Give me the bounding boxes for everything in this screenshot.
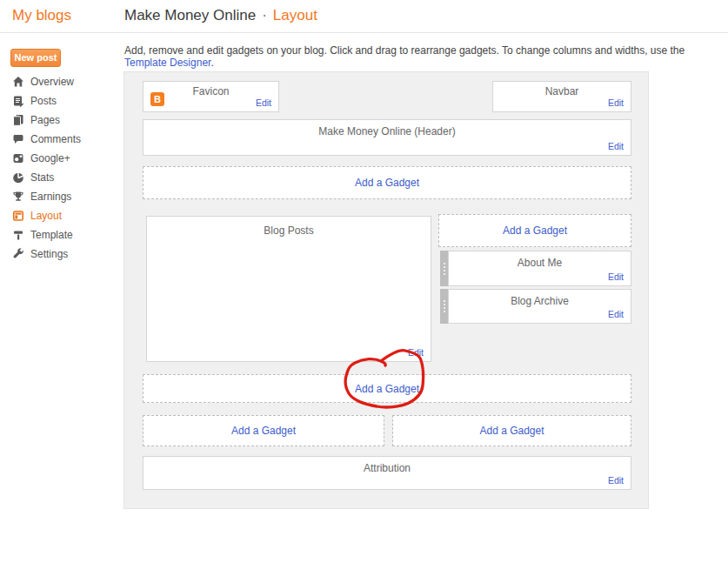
- add-gadget-link[interactable]: Add a Gadget: [355, 383, 419, 395]
- sidebar-item-layout[interactable]: Layout: [0, 206, 113, 225]
- header-divider: [0, 32, 728, 33]
- sidebar-item-pages[interactable]: Pages: [0, 111, 113, 130]
- gadget-about-me[interactable]: About Me Edit: [448, 251, 631, 286]
- new-post-button[interactable]: New post: [10, 49, 61, 67]
- add-gadget-link[interactable]: Add a Gadget: [231, 425, 296, 437]
- edit-link[interactable]: Edit: [608, 97, 624, 108]
- instructions-period: .: [210, 57, 213, 69]
- blogger-layout-page: My blogs Make Money Online·Layout New po…: [0, 0, 728, 583]
- my-blogs-link[interactable]: My blogs: [12, 7, 71, 24]
- gadget-attribution[interactable]: Attribution Edit: [143, 456, 631, 490]
- edit-link[interactable]: Edit: [408, 347, 424, 358]
- gadget-blog-archive[interactable]: Blog Archive Edit: [448, 289, 631, 324]
- posts-icon: [12, 95, 24, 107]
- drag-handle[interactable]: [440, 289, 448, 324]
- sidebar-item-label: Pages: [30, 114, 60, 126]
- sidebar-item-google-plus[interactable]: Google+: [0, 149, 113, 168]
- sidebar-item-label: Posts: [30, 95, 57, 107]
- gadget-title: Attribution: [144, 462, 631, 474]
- sidebar-item-label: Earnings: [30, 191, 71, 203]
- sidebar-item-label: Overview: [30, 76, 74, 88]
- sidebar-item-label: Layout: [30, 210, 62, 222]
- add-gadget-link[interactable]: Add a Gadget: [479, 425, 544, 437]
- sidebar-item-settings[interactable]: Settings: [0, 245, 113, 264]
- layout-editor-panel: Favicon B Edit Navbar Edit Make Money On…: [124, 71, 649, 509]
- instructions-body: Add, remove and edit gadgets on your blo…: [124, 44, 685, 57]
- sidebar-item-earnings[interactable]: Earnings: [0, 187, 113, 206]
- sidebar-nav: Overview Posts Pages Comments Google+: [0, 72, 113, 264]
- google-plus-icon: [12, 152, 24, 164]
- add-gadget-link[interactable]: Add a Gadget: [503, 224, 567, 237]
- edit-link[interactable]: Edit: [608, 271, 624, 282]
- comments-icon: [12, 133, 24, 145]
- edit-link[interactable]: Edit: [256, 97, 271, 108]
- gadget-title: Make Money Online (Header): [144, 125, 631, 137]
- earnings-icon: [12, 191, 24, 203]
- add-gadget-zone-top: Add a Gadget: [143, 166, 631, 199]
- sidebar-item-overview[interactable]: Overview: [0, 72, 113, 91]
- layout-icon: [12, 210, 24, 222]
- settings-icon: [12, 248, 24, 260]
- home-icon: [12, 76, 24, 88]
- sidebar-item-label: Template: [30, 229, 73, 241]
- add-gadget-zone-footer-right: Add a Gadget: [392, 415, 631, 446]
- add-gadget-zone-footer-left: Add a Gadget: [143, 415, 384, 446]
- add-gadget-zone-main-circled: Add a Gadget: [143, 374, 631, 403]
- blogger-favicon-icon: B: [150, 92, 164, 106]
- gadget-title: Blog Posts: [147, 224, 431, 237]
- sidebar-item-label: Comments: [30, 133, 81, 145]
- gadget-title: About Me: [449, 257, 631, 269]
- template-icon: [12, 229, 24, 241]
- gadget-header[interactable]: Make Money Online (Header) Edit: [143, 119, 631, 156]
- stats-icon: [12, 171, 24, 184]
- add-gadget-link[interactable]: Add a Gadget: [355, 177, 419, 189]
- blog-title: Make Money Online: [124, 7, 256, 23]
- gadget-blog-posts[interactable]: Blog Posts Edit: [146, 216, 431, 362]
- page-title: Make Money Online·Layout: [124, 7, 317, 24]
- edit-link[interactable]: Edit: [608, 141, 624, 151]
- sidebar-item-comments[interactable]: Comments: [0, 130, 113, 149]
- drag-handle[interactable]: [440, 251, 448, 286]
- edit-link[interactable]: Edit: [608, 475, 624, 486]
- sidebar-item-stats[interactable]: Stats: [0, 168, 113, 187]
- pages-icon: [12, 114, 24, 126]
- sidebar-item-label: Google+: [30, 152, 70, 164]
- gadget-title: Navbar: [493, 85, 631, 97]
- sidebar-item-label: Settings: [30, 248, 68, 260]
- sidebar-item-posts[interactable]: Posts: [0, 91, 113, 111]
- add-gadget-zone-sidebar: Add a Gadget: [438, 214, 631, 247]
- sidebar-item-template[interactable]: Template: [0, 225, 113, 245]
- gadget-title: Blog Archive: [449, 295, 631, 307]
- gadget-favicon[interactable]: Favicon B Edit: [143, 81, 279, 112]
- instructions-text: Add, remove and edit gadgets on your blo…: [124, 44, 716, 69]
- current-page-name: Layout: [273, 7, 317, 23]
- title-separator: ·: [256, 7, 273, 23]
- sidebar-item-label: Stats: [30, 171, 54, 184]
- gadget-navbar[interactable]: Navbar Edit: [492, 81, 631, 112]
- template-designer-link[interactable]: Template Designer: [124, 57, 210, 69]
- edit-link[interactable]: Edit: [608, 309, 624, 319]
